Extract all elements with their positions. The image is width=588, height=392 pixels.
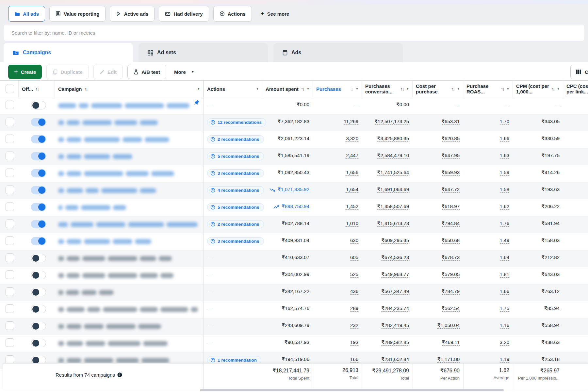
duplicate-button[interactable]: Duplicate [46, 65, 89, 79]
redacted-text-segment [82, 256, 105, 261]
row-checkbox[interactable] [6, 203, 14, 211]
row-checkbox[interactable] [6, 169, 14, 177]
amount-spent-value[interactable]: ₹898,750.94 [273, 204, 309, 210]
campaign-name-redacted[interactable] [55, 352, 204, 363]
campaign-toggle[interactable] [31, 101, 46, 109]
tab-ads[interactable]: Ads [273, 43, 403, 62]
info-icon[interactable] [117, 372, 122, 377]
header-select-all[interactable] [0, 81, 19, 97]
campaign-toggle[interactable] [31, 169, 46, 177]
campaign-toggle[interactable] [31, 305, 46, 313]
row-checkbox[interactable] [6, 237, 14, 245]
horizontal-scrollbar[interactable] [200, 389, 504, 391]
row-checkbox[interactable] [6, 101, 14, 109]
row-checkbox[interactable] [6, 118, 14, 126]
campaign-name-redacted[interactable] [55, 199, 204, 210]
create-button[interactable]: + Create [8, 65, 42, 79]
row-checkbox[interactable] [6, 152, 14, 160]
edit-button[interactable]: Edit [93, 65, 123, 79]
header-amount-spent[interactable]: Amount spent ↑↓ ▼ [262, 81, 313, 97]
header-actions[interactable]: Actions ▼ [204, 81, 262, 97]
row-checkbox[interactable] [6, 287, 14, 296]
row-checkbox[interactable] [6, 186, 14, 194]
header-purchase-roas[interactable]: Purchase ROAS... ↑↓ ▼ [463, 81, 513, 97]
header-cpc[interactable]: CPC (cost per link... [563, 81, 588, 97]
recommendations-badge[interactable]: 3 recommendations [207, 169, 264, 177]
chevron-down-icon[interactable]: ▼ [197, 88, 200, 90]
header-purchases[interactable]: Purchases ↓ ▼ [313, 81, 362, 97]
columns-button[interactable]: Columns [570, 65, 588, 79]
amount-spent-link[interactable]: ₹898,750.94 [282, 204, 309, 210]
campaign-name-redacted[interactable] [55, 148, 204, 159]
amount-spent-link[interactable]: ₹1,071,335.92 [278, 187, 309, 193]
row-checkbox[interactable] [6, 135, 14, 143]
chevron-down-icon[interactable]: ▼ [406, 88, 409, 90]
chevron-down-icon[interactable]: ▼ [356, 88, 358, 90]
campaign-name-redacted[interactable] [55, 335, 204, 346]
campaign-toggle[interactable] [31, 288, 46, 296]
campaign-name-redacted[interactable] [55, 131, 204, 142]
chevron-down-icon[interactable]: ▼ [507, 88, 509, 90]
campaign-toggle[interactable] [31, 254, 46, 262]
filter-pill-actions[interactable]: Actions [213, 6, 252, 22]
header-off[interactable]: Off... ↑↓ [19, 81, 55, 97]
row-checkbox[interactable] [6, 220, 14, 228]
recommendations-badge[interactable]: 4 recommendations [207, 186, 264, 194]
campaign-toggle[interactable] [31, 118, 46, 126]
campaign-toggle[interactable] [31, 203, 46, 211]
ab-test-button[interactable]: A/B test [127, 65, 166, 79]
campaign-name-redacted[interactable] [55, 97, 204, 108]
chevron-down-icon[interactable]: ▼ [256, 88, 259, 90]
recommendations-badge[interactable]: 2 recommendations [207, 135, 264, 143]
select-all-checkbox[interactable] [6, 85, 14, 93]
amount-spent-value[interactable]: ₹1,071,335.92 [270, 187, 309, 193]
campaign-name-redacted[interactable] [55, 114, 204, 125]
see-more-button[interactable]: + See more [256, 6, 294, 21]
campaign-toggle[interactable] [31, 186, 46, 194]
campaign-toggle[interactable] [31, 237, 46, 245]
filter-pill-all-ads[interactable]: All ads [8, 6, 45, 22]
campaign-toggle[interactable] [31, 339, 46, 347]
tab-ad-sets[interactable]: Ad sets [139, 43, 268, 62]
campaign-toggle[interactable] [31, 322, 46, 330]
filter-pill-value-reporting[interactable]: Value reporting [49, 6, 106, 22]
campaign-name-redacted[interactable] [55, 318, 204, 329]
row-checkbox[interactable] [6, 304, 14, 313]
campaign-name-redacted[interactable] [55, 250, 204, 261]
row-checkbox[interactable] [6, 338, 14, 347]
campaign-name-redacted[interactable] [55, 216, 204, 227]
header-purchases-conversion[interactable]: Purchases conversio... ↑↓ ▼ [362, 81, 413, 97]
header-cost-per-purchase[interactable]: Cost per purchase ↑↓ ▼ [413, 81, 463, 97]
row-checkbox[interactable] [6, 253, 14, 262]
header-cpm[interactable]: CPM (cost per 1,000... ↑↓ ▼ [513, 81, 563, 97]
campaign-toggle[interactable] [31, 135, 46, 143]
more-button[interactable]: More ▼ [171, 65, 198, 79]
search-filter-bar[interactable]: Search to filter by: name, ID or metrics [3, 24, 585, 41]
recommendations-badge[interactable]: 3 recommendations [207, 237, 264, 245]
recommendations-badge[interactable]: 12 recommendations [207, 118, 266, 126]
filter-pill-had-delivery[interactable]: Had delivery [159, 6, 209, 22]
campaign-name-redacted[interactable] [55, 182, 204, 193]
recommendations-badge[interactable]: 2 recommendations [207, 220, 264, 228]
campaign-toggle[interactable] [31, 220, 46, 228]
tab-campaigns[interactable]: Campaigns [4, 43, 133, 62]
recommendations-badge[interactable]: 5 recommendations [207, 203, 264, 211]
row-checkbox[interactable] [6, 355, 14, 364]
recommendations-badge[interactable]: 5 recommendations [207, 152, 264, 160]
chevron-down-icon[interactable]: ▼ [457, 88, 460, 90]
campaign-name-redacted[interactable] [55, 284, 204, 295]
filter-pill-active-ads[interactable]: Active ads [110, 6, 155, 22]
row-checkbox[interactable] [6, 270, 14, 279]
sort-icon: ↑↓ [301, 86, 304, 91]
pin-icon[interactable] [194, 100, 200, 105]
header-campaign[interactable]: Campaign ↑↓ ▼ [55, 81, 204, 97]
chevron-down-icon[interactable]: ▼ [557, 88, 560, 90]
campaign-name-redacted[interactable] [55, 165, 204, 176]
campaign-toggle[interactable] [31, 152, 46, 160]
row-checkbox[interactable] [6, 321, 14, 330]
campaign-name-redacted[interactable] [55, 267, 204, 278]
campaign-name-redacted[interactable] [55, 233, 204, 244]
campaign-name-redacted[interactable] [55, 301, 204, 312]
chevron-down-icon[interactable]: ▼ [307, 88, 309, 90]
campaign-toggle[interactable] [31, 271, 46, 279]
